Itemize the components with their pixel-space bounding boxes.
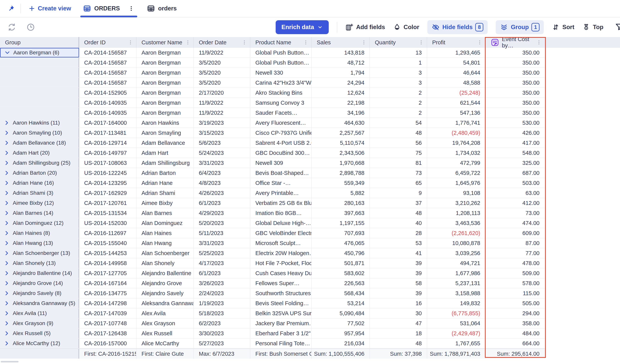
cell-sales[interactable]: 280,163 [312,198,370,208]
cell-quantity[interactable]: 53 [370,238,427,248]
cell-profit[interactable]: 93,108 [427,188,486,198]
chevron-right-icon[interactable] [4,120,10,126]
cell-order-date[interactable]: 3/5/2020 [194,58,250,68]
group-cell-adrian-hane-16[interactable]: Adrian Hane (16) [0,178,79,188]
cell-event-cost[interactable]: 325.00 [486,158,545,168]
cell-quantity[interactable]: 48 [370,338,427,348]
column-menu-icon[interactable] [536,40,542,45]
cell-order-id[interactable]: CA-2014-149958 [79,258,137,268]
chevron-right-icon[interactable] [4,270,10,276]
column-menu-icon[interactable] [128,40,133,45]
cell-order-date[interactable]: 5/24/2023 [194,148,250,158]
cell-product-name[interactable]: Global Push Button… [250,48,312,58]
cell-sales[interactable]: 53,214 [312,298,370,308]
cell-sales[interactable]: 1,794 [312,68,370,77]
cell-product-name[interactable]: Bevis Steel Folding… [250,298,312,308]
cell-event-cost[interactable]: 350.00 [486,68,545,77]
group-cell-alejandro-ballentine-14[interactable]: Alejandro Ballentine (14) [0,268,79,278]
cell-customer-name[interactable]: Alejandro Ballentine [137,268,194,278]
cell-quantity[interactable]: 40 [370,218,427,228]
cell-sales[interactable]: 2,257,567 [312,128,370,138]
chevron-right-icon[interactable] [4,190,10,196]
cell-customer-name[interactable]: Alan Barnes [137,208,194,218]
cell-sales[interactable]: 5,090,484 [312,308,370,318]
cell-customer-name[interactable]: Aaron Smayling [137,128,194,138]
cell-order-id[interactable]: CA-2015-155040 [79,238,137,248]
cell-order-id[interactable]: CA-2014-156587 [79,68,137,77]
cell-quantity[interactable]: 56 [370,138,427,148]
cell-customer-name[interactable]: Alejandro Grove [137,278,194,288]
cell-sales[interactable]: 501,871 [312,258,370,268]
cell-sales[interactable]: 24,294 [312,78,370,87]
cell-order-id[interactable]: CA-2014-156587 [79,48,137,58]
group-cell-alex-avila-11[interactable]: Alex Avila (11) [0,308,79,318]
cell-order-date[interactable]: 5/20/2023 [194,218,250,228]
column-header-order-date[interactable]: Order Date [194,37,250,48]
group-cell-aimee-bixby-12[interactable]: Aimee Bixby (12) [0,198,79,208]
cell-sales[interactable]: 34,196 [312,108,370,118]
cell-order-date[interactable]: 6/1/2023 [194,198,250,208]
cell-event-cost[interactable]: 484.00 [486,329,545,338]
hide-fields-button[interactable]: Hide fields 8 [427,20,488,34]
cell-event-cost[interactable]: 350.00 [486,88,545,98]
chevron-right-icon[interactable] [4,200,10,206]
cell-sales[interactable]: 2,343,506 [312,148,370,158]
cell-order-id[interactable]: CA-2014-156587 [79,58,137,68]
column-header-product-name[interactable]: Product Name [250,37,312,48]
column-menu-icon[interactable] [185,40,191,45]
group-cell-aaron-smayling-10[interactable]: Aaron Smayling (10) [0,128,79,138]
cell-order-date[interactable]: 3/26/2023 [194,278,250,288]
cell-quantity[interactable]: 48 [370,128,427,138]
cell-order-date[interactable]: 4/26/2023 [194,188,250,198]
cell-customer-name[interactable]: Alan Shonely [137,258,194,268]
cell-product-name[interactable]: Personal Filing Tote… [250,338,312,348]
cell-profit[interactable]: 46,644 [427,68,486,77]
cell-profit[interactable]: 6,459,722 [427,168,486,178]
cell-event-cost[interactable]: 63.00 [486,188,545,198]
top-button[interactable]: Top [582,23,604,31]
chevron-right-icon[interactable] [4,210,10,216]
chevron-right-icon[interactable] [4,130,10,136]
cell-order-id[interactable]: CA-2017-107748 [79,319,137,328]
group-cell-alan-shonely-13[interactable]: Alan Shonely (13) [0,258,79,268]
cell-order-date[interactable]: 3/31/2023 [194,158,250,168]
cell-profit[interactable]: 547,136 [427,108,486,118]
cell-event-cost[interactable]: 412.00 [486,198,545,208]
cell-order-id[interactable]: CA-2014-123295 [79,178,137,188]
cell-sales[interactable]: 77,502 [312,319,370,328]
cell-product-name[interactable]: Eberhard Faber 3 1/2"… [250,329,312,338]
cell-order-id[interactable]: CA-2017-164000 [79,118,137,128]
cell-quantity[interactable]: 13 [370,48,427,58]
cell-event-cost[interactable]: 350.00 [486,108,545,118]
cell-event-cost[interactable]: 548.00 [486,148,545,158]
cell-event-cost[interactable]: 87.00 [486,238,545,248]
cell-quantity[interactable]: 3 [370,78,427,87]
cell-quantity[interactable]: 9 [370,188,427,198]
column-header-event-cost-by[interactable]: Event Cost by… [486,37,545,48]
cell-order-date[interactable]: 6/4/2023 [194,168,250,178]
chevron-right-icon[interactable] [4,331,10,336]
view-menu-kebab-icon[interactable] [128,5,135,12]
cell-product-name[interactable]: Newell 309 [250,158,312,168]
cell-profit[interactable]: 1,767,655 [427,338,486,348]
cell-product-name[interactable]: Fellowes Super… [250,278,312,288]
cell-order-id[interactable]: US-2017-108063 [79,158,137,168]
chevron-right-icon[interactable] [4,260,10,266]
cell-product-name[interactable]: Akro Stacking Bins [250,88,312,98]
cell-product-name[interactable]: Verbatim 25 GB 6x Blu… [250,198,312,208]
group-cell-alan-schoenberger-13[interactable]: Alan Schoenberger (13) [0,248,79,258]
cell-order-id[interactable]: CA-2016-112697 [79,228,137,238]
cell-product-name[interactable]: Bevis Boat-Shaped… [250,168,312,178]
cell-customer-name[interactable]: Aaron Bergman [137,78,194,87]
cell-quantity[interactable]: 75 [370,148,427,158]
cell-event-cost[interactable]: 350.00 [486,78,545,87]
cell-customer-name[interactable]: Alan Schoenberger [137,248,194,258]
cell-product-name[interactable]: Sauder Facets… [250,108,312,118]
cell-customer-name[interactable]: Aaron Bergman [137,58,194,68]
cell-order-id[interactable]: CA-2016-140935 [79,108,137,118]
cell-order-id[interactable]: CA-2014-152905 [79,88,137,98]
cell-product-name[interactable]: Office Star -… [250,178,312,188]
cell-order-date[interactable]: 3/31/2023 [194,238,250,248]
cell-profit[interactable]: 494,721 [427,258,486,268]
cell-order-id[interactable]: CA-2016-134775 [79,289,137,298]
